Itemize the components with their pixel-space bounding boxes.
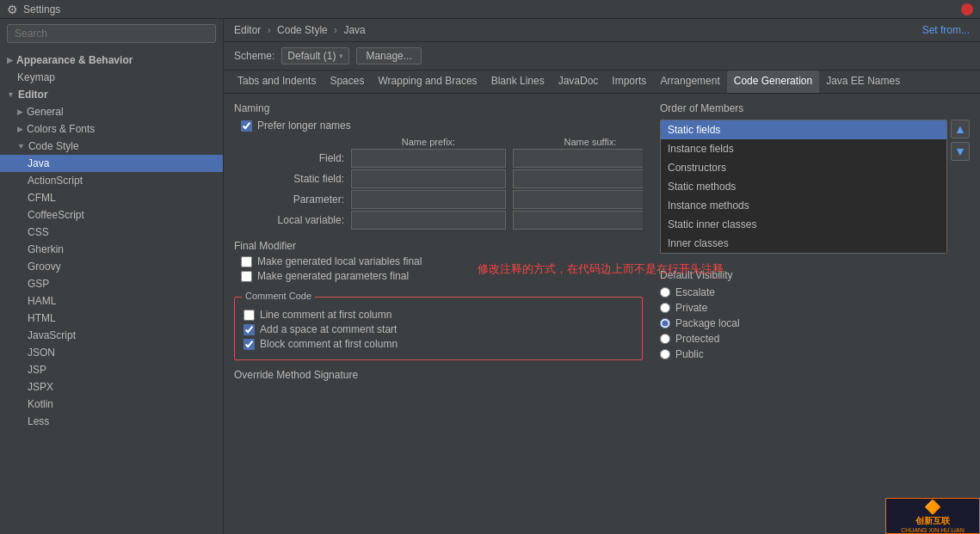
order-down-button[interactable]: ▼: [951, 142, 970, 161]
override-method-title: Override Method Signature: [234, 369, 643, 381]
visibility-protected-radio[interactable]: [660, 334, 670, 344]
sidebar-item-actionscript[interactable]: ActionScript: [0, 172, 223, 189]
sidebar-item-cfml[interactable]: CFML: [0, 189, 223, 206]
app-icon: ⚙: [7, 3, 18, 16]
breadcrumb: Editor › Code Style › Java Set from...: [224, 19, 980, 42]
order-item-static-fields[interactable]: Static fields: [661, 120, 946, 139]
sidebar-item-label: GSP: [28, 278, 49, 290]
sidebar-item-groovy[interactable]: Groovy: [0, 258, 223, 275]
scheme-dropdown[interactable]: Default (1) ▾: [281, 47, 349, 64]
tab-arrangement[interactable]: Arrangement: [653, 71, 726, 93]
naming-section: Naming Prefer longer names Name prefix: …: [234, 102, 643, 231]
visibility-private-radio[interactable]: [660, 303, 670, 313]
sidebar-item-jsp[interactable]: JSP: [0, 361, 223, 378]
visibility-escalate-radio[interactable]: [660, 287, 670, 298]
static-field-suffix-input[interactable]: [513, 169, 643, 188]
order-item-constructors[interactable]: Constructors: [661, 158, 946, 177]
order-up-button[interactable]: ▲: [951, 120, 970, 138]
prefer-longer-names-checkbox[interactable]: [241, 120, 252, 132]
tab-blank-lines[interactable]: Blank Lines: [484, 71, 552, 93]
sidebar-item-label: HTML: [28, 312, 56, 324]
sidebar-item-colors-fonts[interactable]: ▶ Colors & Fonts: [0, 120, 223, 138]
set-from-link[interactable]: Set from...: [922, 24, 970, 36]
sidebar-item-html[interactable]: HTML: [0, 310, 223, 327]
visibility-protected-label: Protected: [675, 333, 719, 345]
visibility-escalate-label: Escalate: [675, 286, 715, 298]
sidebar-item-label: Colors & Fonts: [27, 123, 95, 135]
tabs-bar: Tabs and Indents Spaces Wrapping and Bra…: [224, 71, 980, 94]
sidebar-item-label: JSON: [28, 347, 55, 359]
sidebar-item-editor[interactable]: ▼ Editor: [0, 86, 223, 103]
sidebar-item-label: CoffeeScript: [28, 209, 84, 221]
order-item-inner-classes[interactable]: Inner classes: [661, 234, 946, 253]
parameter-suffix-input[interactable]: [513, 190, 643, 209]
order-item-static-inner-classes[interactable]: Static inner classes: [661, 215, 946, 234]
sidebar-item-label: Editor: [18, 89, 48, 101]
left-panel: Naming Prefer longer names Name prefix: …: [234, 102, 643, 525]
sidebar-item-coffeescript[interactable]: CoffeeScript: [0, 206, 223, 224]
watermark-line1: 创新互联: [915, 515, 950, 527]
final-modifier-title: Final Modifier: [234, 240, 643, 252]
sidebar-item-haml[interactable]: HAML: [0, 292, 223, 310]
local-variable-suffix-input[interactable]: [513, 211, 643, 230]
sidebar-item-gsp[interactable]: GSP: [0, 275, 223, 292]
close-button[interactable]: [961, 3, 973, 15]
title-bar-text: Settings: [23, 3, 961, 15]
make-param-final-checkbox[interactable]: [241, 271, 252, 282]
naming-title: Naming: [234, 102, 643, 114]
sidebar-item-label: JSPX: [28, 381, 53, 393]
tab-tabs-indents[interactable]: Tabs and Indents: [231, 71, 323, 93]
tab-code-generation[interactable]: Code Generation: [727, 71, 819, 93]
triangle-icon: ▼: [7, 90, 15, 99]
line-comment-first-column-checkbox[interactable]: [243, 310, 255, 321]
tab-wrapping[interactable]: Wrapping and Braces: [371, 71, 484, 93]
sidebar-item-keymap[interactable]: Keymap: [0, 69, 223, 86]
sidebar-item-gherkin[interactable]: Gherkin: [0, 241, 223, 258]
make-param-final-label: Make generated parameters final: [257, 270, 409, 282]
add-space-comment-start-label: Add a space at comment start: [260, 323, 397, 335]
tab-imports[interactable]: Imports: [605, 71, 653, 93]
make-local-final-label: Make generated local variables final: [257, 255, 422, 267]
sidebar-item-javascript[interactable]: JavaScript: [0, 327, 223, 344]
sidebar-item-jspx[interactable]: JSPX: [0, 378, 223, 396]
triangle-icon: ▶: [17, 125, 23, 133]
sidebar-item-label: Kotlin: [28, 398, 53, 410]
field-prefix-input[interactable]: [351, 149, 506, 168]
scheme-label: Scheme:: [234, 50, 274, 62]
tab-java-ee-names[interactable]: Java EE Names: [819, 71, 907, 93]
field-label: Field:: [241, 152, 344, 164]
sidebar-item-less[interactable]: Less: [0, 413, 223, 430]
sidebar-item-label: General: [27, 106, 64, 118]
static-field-prefix-input[interactable]: [351, 169, 506, 188]
add-space-comment-start-checkbox[interactable]: [243, 324, 255, 335]
sidebar-item-label: Gherkin: [28, 243, 64, 255]
sidebar-item-general[interactable]: ▶ General: [0, 103, 223, 120]
order-item-static-methods[interactable]: Static methods: [661, 177, 946, 196]
sidebar-item-json[interactable]: JSON: [0, 344, 223, 361]
breadcrumb-text: Editor › Code Style › Java: [234, 24, 366, 36]
sidebar-item-css[interactable]: CSS: [0, 224, 223, 241]
parameter-prefix-input[interactable]: [351, 190, 506, 209]
local-variable-label: Local variable:: [241, 214, 344, 226]
dropdown-arrow-icon: ▾: [339, 52, 343, 60]
sidebar-item-kotlin[interactable]: Kotlin: [0, 396, 223, 413]
block-comment-first-column-checkbox[interactable]: [243, 339, 255, 350]
sidebar-item-java[interactable]: Java: [0, 155, 223, 172]
visibility-public-radio[interactable]: [660, 349, 670, 359]
triangle-icon: ▶: [17, 107, 23, 116]
visibility-package-local-radio[interactable]: [660, 318, 670, 328]
tab-spaces[interactable]: Spaces: [323, 71, 371, 93]
sidebar-item-code-style[interactable]: ▼ Code Style: [0, 138, 223, 155]
make-local-final-checkbox[interactable]: [241, 256, 252, 267]
default-visibility-section: Default Visibility Escalate Private Pack…: [660, 269, 970, 364]
sidebar-item-label: ActionScript: [28, 175, 83, 187]
tab-javadoc[interactable]: JavaDoc: [552, 71, 606, 93]
order-item-instance-fields[interactable]: Instance fields: [661, 139, 946, 158]
sidebar-item-appearance-behavior[interactable]: ▶ Appearance & Behavior: [0, 52, 223, 69]
search-input[interactable]: [7, 24, 216, 43]
manage-button[interactable]: Manage...: [356, 47, 421, 64]
order-item-instance-methods[interactable]: Instance methods: [661, 196, 946, 215]
field-suffix-input[interactable]: [513, 149, 643, 168]
local-variable-prefix-input[interactable]: [351, 211, 506, 230]
sidebar-item-label: Keymap: [17, 71, 55, 83]
